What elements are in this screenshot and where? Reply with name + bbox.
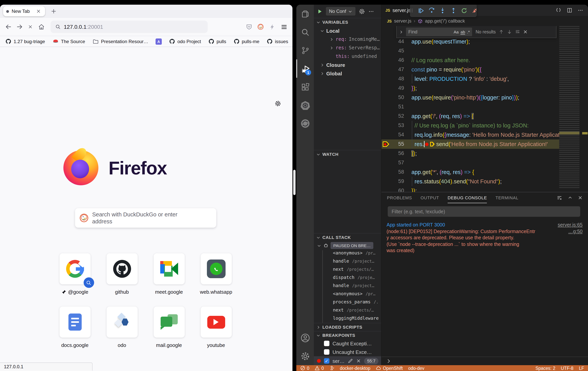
section-variables[interactable]: VARIABLES <box>314 18 381 26</box>
bookmark-item[interactable]: odo Project <box>169 39 201 44</box>
stack-frame[interactable]: next/projects/… <box>323 267 381 275</box>
console-source-link[interactable]: server.js:65 <box>558 222 583 228</box>
debug-gear-icon[interactable] <box>358 8 365 15</box>
duckduckgo-extension-icon[interactable] <box>256 22 265 31</box>
status-warnings[interactable]: 0 <box>315 366 324 371</box>
status-debug[interactable] <box>329 366 335 371</box>
minimap[interactable] <box>559 26 579 189</box>
code-line-47[interactable]: 47const pino = require('pino')({ <box>381 65 559 74</box>
variable-row[interactable]: req: IncomingMessag… <box>314 35 381 43</box>
find-next-icon[interactable] <box>507 29 512 35</box>
tab-close-icon[interactable] <box>35 8 42 15</box>
section-breakpoints[interactable]: BREAKPOINTS <box>314 331 381 339</box>
pocket-shield-icon[interactable] <box>244 22 253 31</box>
shortcut-tile[interactable] <box>59 253 90 284</box>
code-line-44[interactable]: 44app.use(requestTimer); <box>381 37 559 46</box>
variable-row[interactable]: Global <box>314 69 381 78</box>
match-case-toggle[interactable]: Aa <box>454 30 459 34</box>
activity-files-icon[interactable] <box>296 5 314 23</box>
section-call-stack[interactable]: CALL STACK <box>314 233 381 241</box>
stack-frame[interactable]: loggingMiddleware <box>323 315 381 323</box>
code-line-51[interactable]: 51 <box>381 102 559 111</box>
variable-row[interactable]: Local <box>314 26 381 35</box>
panel-tab-output[interactable]: OUTPUT <box>420 192 439 203</box>
status-eol[interactable]: LF <box>579 366 584 371</box>
activity-search-icon[interactable] <box>296 23 314 41</box>
stack-frame[interactable]: handle/project… <box>323 283 381 291</box>
bookmark-item[interactable]: The Source <box>52 38 85 44</box>
find-previous-icon[interactable] <box>499 29 504 35</box>
browser-tab[interactable]: New Tab <box>3 6 45 16</box>
shortcut-tile[interactable] <box>153 253 185 284</box>
panel-tab-problems[interactable]: PROBLEMS <box>387 192 412 203</box>
code-line-57[interactable]: 57 <box>381 158 559 167</box>
stack-frame[interactable]: handle/project… <box>323 258 381 267</box>
url-bar[interactable]: 127.0.0.1:20001 <box>51 20 208 33</box>
shortcut-github[interactable]: github <box>98 253 146 295</box>
disconnect-icon[interactable] <box>471 7 478 14</box>
regex-toggle[interactable]: .* <box>467 30 470 34</box>
breakpoint-checkbox[interactable] <box>324 341 329 346</box>
stack-frame[interactable]: <anonymous>/pr… <box>323 250 381 258</box>
stack-frame[interactable]: process_params/. <box>323 299 381 307</box>
code-line-50[interactable]: 50app.use(require('pino-http')({logger: … <box>381 93 559 102</box>
code-line-55[interactable]: 55 res.send('Hello from Node.js Starter … <box>381 140 559 149</box>
panel-tab-terminal[interactable]: TERMINAL <box>495 192 518 203</box>
step-into-icon[interactable] <box>439 7 446 14</box>
code-editor[interactable]: 44app.use(requestTimer);4546// Log route… <box>381 26 588 192</box>
activity-kubernetes-icon[interactable] <box>296 96 314 114</box>
bookmark-item[interactable]: pulls <box>209 39 226 44</box>
status-encoding[interactable]: UTF-8 <box>561 366 573 371</box>
shortcut-docs-google[interactable]: docs.google <box>51 307 98 348</box>
close-panel-icon[interactable] <box>578 195 583 201</box>
breakpoint-row[interactable]: Caught Excepti… <box>314 339 381 348</box>
section-watch[interactable]: WATCH <box>314 150 381 158</box>
personalize-gear-icon[interactable] <box>274 100 282 107</box>
status-indentation[interactable]: Spaces: 2 <box>536 366 555 371</box>
console-source-link[interactable]: …g:50 <box>568 228 583 235</box>
breakpoint-checkbox[interactable]: ✓ <box>324 358 329 364</box>
status-errors[interactable]: 0 <box>300 366 309 371</box>
breadcrumb-symbol[interactable]: app.get('/') callback <box>425 18 465 24</box>
breadcrumb-file[interactable]: server.js <box>394 18 411 24</box>
variable-row[interactable]: res: ServerResponse… <box>314 43 381 52</box>
restart-icon[interactable] <box>461 7 467 14</box>
bookmark-item[interactable]: 1.27 bug-triage <box>5 39 45 44</box>
bookmark-item[interactable]: pulls-me <box>233 39 259 44</box>
stack-frame[interactable]: <anonymous>/pr… <box>323 291 381 299</box>
more-actions-icon[interactable] <box>368 8 374 14</box>
forward-button[interactable] <box>15 22 24 31</box>
code-line-49[interactable]: 49}); <box>381 83 559 93</box>
shortcut-youtube[interactable]: youtube <box>192 307 240 348</box>
menu-button[interactable] <box>279 22 289 31</box>
status-openshift[interactable]: OpenShift <box>376 365 403 371</box>
stop-button[interactable] <box>26 22 35 31</box>
stack-frame[interactable]: next/projects/… <box>323 307 381 315</box>
shortcut-web-whatsapp[interactable]: web.whatsapp <box>192 253 240 295</box>
console-input-row[interactable] <box>381 357 588 365</box>
breakpoint-checkbox[interactable] <box>324 349 329 355</box>
activity-account-icon[interactable] <box>296 329 314 347</box>
search-input[interactable]: Search with DuckDuckGo or enter address <box>75 208 216 228</box>
panel-tab-debug-console[interactable]: DEBUG CONSOLE <box>448 192 487 203</box>
shortcut-mail-google[interactable]: mail.google <box>146 307 192 348</box>
editor-more-icon[interactable] <box>578 7 583 13</box>
bookmark-item[interactable]: issues <box>267 39 288 44</box>
find-close-icon[interactable] <box>523 30 528 34</box>
grip-handle-icon[interactable] <box>409 7 414 14</box>
activity-settings-gear-icon[interactable] <box>296 347 314 365</box>
status-remote[interactable]: docker-desktop <box>340 366 370 371</box>
bookmark-item[interactable]: Presentation Resour… <box>93 38 148 44</box>
remove-breakpoint-icon[interactable] <box>356 359 361 363</box>
code-line-45[interactable]: 45 <box>381 46 559 56</box>
shortcut-tile[interactable] <box>106 253 137 284</box>
section-loaded-scripts[interactable]: LOADED SCRIPTS <box>314 323 381 331</box>
shortcut-meet-google[interactable]: meet.google <box>146 253 192 295</box>
find-expand-chevron-icon[interactable] <box>399 30 403 34</box>
code-line-59[interactable]: 59 res.status(404).send("Not Found"); <box>381 177 559 186</box>
shortcut-tile[interactable] <box>200 253 231 284</box>
braces-icon[interactable] <box>555 7 562 13</box>
activity-extensions-icon[interactable] <box>296 78 314 96</box>
stack-frame[interactable]: dispatch/proje… <box>323 275 381 283</box>
shortcut-odo[interactable]: odo <box>98 307 146 348</box>
